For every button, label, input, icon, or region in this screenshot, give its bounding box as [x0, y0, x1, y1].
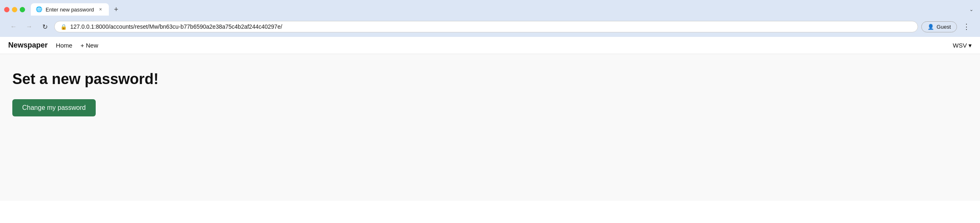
change-password-button[interactable]: Change my password — [12, 99, 96, 116]
address-bar-row: ← → ↻ 🔒 👤 Guest ⋮ — [4, 18, 976, 37]
guest-button[interactable]: 👤 Guest — [921, 21, 957, 32]
nav-user-label: WSV — [953, 42, 967, 49]
window-minimize-button[interactable] — [12, 7, 17, 12]
tab-title: Enter new password — [46, 7, 94, 13]
url-input[interactable] — [70, 23, 912, 30]
browser-chrome: 🌐 Enter new password × + ⌄ ← → ↻ 🔒 👤 Gue… — [0, 0, 980, 37]
site-brand: Newspaper — [8, 41, 48, 50]
forward-button[interactable]: → — [23, 20, 35, 33]
page-body: Set a new password! Change my password — [0, 54, 980, 133]
nav-user-menu[interactable]: WSV ▾ — [953, 42, 972, 49]
tab-list-dropdown-button[interactable]: ⌄ — [967, 5, 976, 14]
window-close-button[interactable] — [4, 7, 9, 12]
guest-avatar-icon: 👤 — [927, 24, 934, 30]
page-content: Newspaper Home + New WSV ▾ Set a new pas… — [0, 37, 980, 201]
new-tab-button[interactable]: + — [110, 4, 122, 15]
tab-bar: 🌐 Enter new password × + ⌄ — [4, 3, 976, 16]
guest-button-label: Guest — [936, 24, 951, 30]
site-nav: Newspaper Home + New WSV ▾ — [0, 37, 980, 54]
active-tab[interactable]: 🌐 Enter new password × — [31, 3, 109, 16]
reload-button[interactable]: ↻ — [39, 20, 51, 33]
browser-menu-button[interactable]: ⋮ — [960, 20, 973, 33]
address-bar[interactable]: 🔒 — [54, 21, 918, 32]
lock-icon: 🔒 — [60, 24, 67, 30]
back-button[interactable]: ← — [7, 20, 20, 33]
tab-close-button[interactable]: × — [97, 6, 104, 13]
tab-favicon-icon: 🌐 — [36, 6, 42, 13]
nav-link-new[interactable]: + New — [81, 42, 98, 49]
nav-dropdown-icon: ▾ — [968, 42, 972, 49]
window-maximize-button[interactable] — [20, 7, 25, 12]
page-heading: Set a new password! — [12, 71, 968, 88]
nav-link-home[interactable]: Home — [56, 42, 72, 49]
window-controls — [4, 7, 25, 12]
